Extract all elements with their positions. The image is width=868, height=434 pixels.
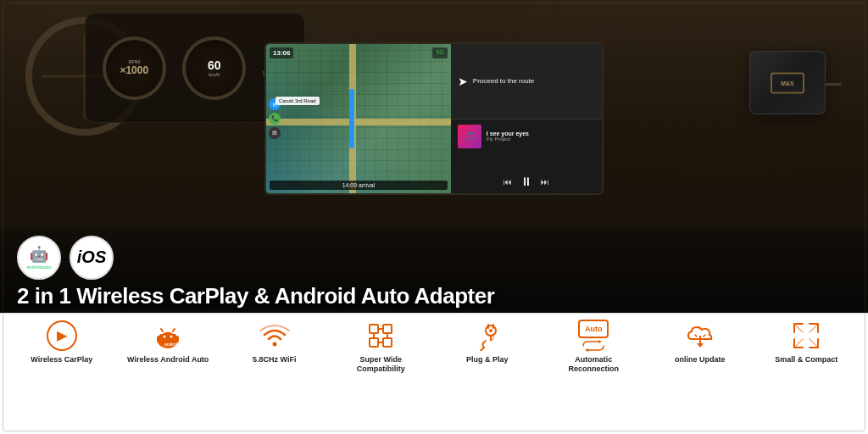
map-time: 13:06 (270, 47, 293, 58)
feature-plug-play: Plug & Play (442, 319, 531, 365)
feature-compact: Small & Compact (762, 319, 851, 365)
features-row: ▶ Wireless CarPlay (0, 314, 868, 434)
feature-icon-wifi (258, 319, 292, 353)
feature-icon-android: android (151, 319, 185, 353)
svg-point-19 (489, 329, 492, 332)
ios-label: iOS (77, 248, 106, 267)
feature-wireless-android: android Wireless Android Auto (124, 319, 213, 365)
map-signal: 5G (432, 47, 447, 58)
reconnect-arrows-icon (581, 340, 605, 352)
car-screen: 13:06 5G K 📞 ⊞ Carutii 3rd Road 14:09 ar… (264, 42, 604, 195)
svg-rect-13 (383, 338, 392, 347)
svg-point-2 (164, 335, 166, 337)
feature-reconnection: Auto Automatic Reconnection (549, 319, 638, 375)
svg-line-4 (161, 329, 163, 331)
adapter-device: M&S (749, 51, 826, 114)
phone-icon: 📞 (269, 113, 281, 125)
prev-button[interactable]: ⏮ (504, 177, 512, 186)
compact-svg-icon (791, 320, 821, 351)
svg-line-33 (794, 339, 803, 348)
wifi-svg-icon (259, 320, 290, 351)
nav-instruction: ➤ Proceed to the route (451, 44, 602, 120)
feature-icon-update (683, 319, 717, 353)
svg-point-9 (272, 342, 276, 346)
feature-icon-carplay: ▶ (45, 319, 79, 353)
svg-point-3 (170, 335, 173, 337)
feature-label-carplay: Wireless CarPlay (31, 355, 92, 365)
nav-instruction-text: Proceed to the route (473, 77, 535, 86)
android-auto-label: androidauto (27, 264, 52, 270)
main-container: RPM ×1000 60 km/h ⛽ 510 km (0, 0, 868, 434)
music-player: 🎵 I see your eyes Fly Project ⏮ ⏸ ⏭ (451, 120, 602, 194)
feature-label-android: Wireless Android Auto (127, 355, 209, 365)
grid-svg-icon (365, 320, 396, 351)
tachometer: RPM ×1000 (103, 36, 166, 100)
plug-svg-icon (472, 320, 503, 351)
music-text: I see your eyes Fly Project (487, 131, 595, 142)
svg-marker-25 (585, 348, 588, 352)
feature-label-plug: Plug & Play (466, 355, 509, 365)
ios-badge: iOS (70, 236, 114, 280)
svg-line-5 (173, 329, 175, 331)
device-logo: M&S (771, 72, 804, 93)
map-route (349, 89, 354, 148)
feature-icon-compact (789, 319, 823, 353)
page-title: 2 in 1 Wireless CarPlay & Android Auto A… (17, 283, 851, 309)
nav-arrow-icon: ➤ (458, 75, 468, 88)
svg-line-28 (695, 335, 697, 337)
svg-line-29 (704, 335, 705, 337)
feature-icon-plug (470, 319, 504, 353)
play-circle-icon: ▶ (47, 320, 77, 351)
cloud-svg-icon (685, 320, 715, 351)
map-header: 13:06 5G (270, 47, 448, 58)
feature-label-compatibility: Super Wide Compatibility (337, 355, 426, 375)
device-brand: M&S (781, 80, 794, 86)
arrival-time: 14:09 arrival (270, 181, 448, 190)
feature-label-update: online Update (675, 355, 726, 365)
feature-wireless-carplay: ▶ Wireless CarPlay (17, 319, 106, 365)
feature-icon-compatibility (364, 319, 398, 353)
svg-line-32 (810, 339, 818, 348)
android-svg-icon: android (153, 320, 183, 351)
feature-label-compact: Small & Compact (775, 355, 837, 365)
album-art: 🎵 (458, 125, 481, 148)
svg-rect-11 (383, 325, 392, 333)
feature-label-reconnection: Automatic Reconnection (549, 355, 638, 375)
road-label: Carutii 3rd Road (275, 97, 320, 105)
next-button[interactable]: ⏭ (541, 177, 549, 186)
map-road-horizontal (266, 119, 451, 125)
overlay-content: 🤖 androidauto iOS 2 in 1 Wireless CarPla… (0, 229, 868, 313)
features-panel: ▶ Wireless CarPlay (0, 313, 868, 434)
music-info: 🎵 I see your eyes Fly Project (458, 125, 595, 148)
android-icon: 🤖 (30, 245, 48, 264)
speedometer: 60 km/h (182, 36, 246, 100)
screen-right-panel: ➤ Proceed to the route 🎵 I see your eyes… (451, 44, 602, 193)
svg-marker-27 (697, 343, 704, 348)
pause-button[interactable]: ⏸ (520, 175, 532, 188)
feature-compatibility: Super Wide Compatibility (337, 319, 426, 375)
svg-marker-24 (598, 340, 602, 343)
svg-rect-12 (370, 338, 378, 347)
auto-badge-icon: Auto (578, 320, 609, 338)
svg-line-31 (810, 324, 818, 332)
feature-wifi: 5.8CHz WiFi (230, 319, 319, 365)
android-auto-badge: 🤖 androidauto (17, 236, 61, 280)
menu-icon: ⊞ (269, 127, 281, 139)
svg-text:android: android (164, 342, 180, 347)
music-controls: ⏮ ⏸ ⏭ (458, 175, 595, 188)
brand-logos: 🤖 androidauto iOS (17, 236, 851, 280)
map-display: 13:06 5G K 📞 ⊞ Carutii 3rd Road 14:09 ar… (266, 44, 451, 193)
feature-update: online Update (655, 319, 744, 365)
svg-rect-6 (157, 336, 160, 342)
song-title: I see your eyes (487, 131, 595, 136)
feature-icon-reconnection: Auto (576, 319, 610, 353)
svg-line-21 (479, 348, 484, 351)
svg-line-30 (794, 324, 803, 332)
svg-rect-10 (370, 325, 378, 333)
feature-label-wifi: 5.8CHz WiFi (253, 355, 296, 365)
song-artist: Fly Project (487, 136, 595, 142)
